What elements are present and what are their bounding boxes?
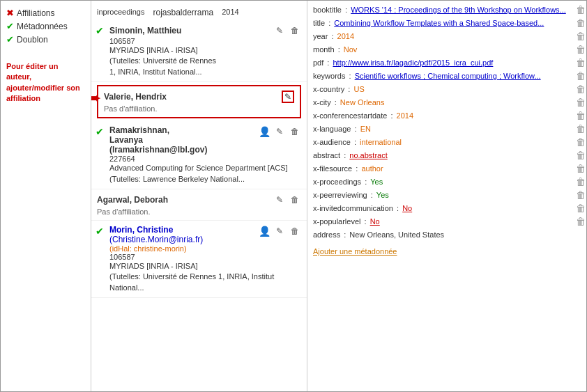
pub-header: inproceedings rojasbalderrama 2014 xyxy=(91,5,307,20)
delete-meta-icon[interactable]: 🗑 xyxy=(575,18,586,29)
middle-panel: inproceedings rojasbalderrama 2014 ✔ Sim… xyxy=(91,1,307,391)
pub-year: 2014 xyxy=(222,8,238,17)
delete-meta-icon[interactable]: 🗑 xyxy=(575,137,586,148)
edit-author-icon[interactable]: ✎ xyxy=(282,91,294,103)
delete-author-icon[interactable]: 🗑 xyxy=(289,125,301,138)
meta-val: Yes xyxy=(376,191,389,199)
meta-row-xaudience: x-audience : international 🗑 xyxy=(313,137,586,148)
meta-row-month: month : Nov 🗑 xyxy=(313,45,586,56)
meta-row-xcity: x-city : New Orleans 🗑 xyxy=(313,97,586,109)
meta-val: Yes xyxy=(370,178,383,186)
verified-icon: ✔ xyxy=(96,226,104,237)
pub-type: inproceedings xyxy=(97,8,145,17)
meta-row-xfilesource: x-filesource : author 🗑 xyxy=(313,164,586,175)
delete-author-icon[interactable]: 🗑 xyxy=(289,225,301,237)
edit-author-icon[interactable]: ✎ xyxy=(273,125,286,138)
sidebar-item-label: Affiliations xyxy=(17,8,54,18)
pub-slug: rojasbalderrama xyxy=(153,8,214,17)
author-details: Advanced Computing for Science Departmen… xyxy=(109,163,301,185)
sidebar-item-doublon[interactable]: ✔ Doublon xyxy=(6,34,85,45)
delete-meta-icon[interactable]: 🗑 xyxy=(575,203,586,214)
meta-row-abstract: abstract : no.abstract 🗑 xyxy=(313,150,586,162)
person-icon: 👤 xyxy=(258,225,270,237)
edit-author-icon[interactable]: ✎ xyxy=(273,194,286,206)
meta-val[interactable]: http://www.irisa.fr/lagadic/pdf/2015_icr… xyxy=(333,58,493,67)
author-name: Valerie, Hendrix xyxy=(104,92,167,102)
edit-hint: Pour éditer un auteur, ajouter/modifier … xyxy=(6,61,85,104)
delete-meta-icon[interactable]: 🗑 xyxy=(575,97,586,109)
meta-key: abstract xyxy=(313,151,340,159)
meta-row-xcountry: x-country : US 🗑 xyxy=(313,84,586,95)
meta-val[interactable]: WORKS '14 : Proceedings of the 9th Works… xyxy=(351,6,566,14)
meta-key: address xyxy=(313,230,340,239)
edit-author-icon[interactable]: ✎ xyxy=(273,225,286,237)
author-name: Simonin, Matthieu xyxy=(109,26,181,36)
delete-meta-icon[interactable]: 🗑 xyxy=(575,84,586,95)
delete-meta-icon[interactable]: 🗑 xyxy=(575,71,586,82)
delete-meta-icon[interactable]: 🗑 xyxy=(575,111,586,122)
meta-val: US xyxy=(353,85,364,93)
meta-val: 2014 xyxy=(337,32,354,40)
meta-key: booktitle xyxy=(313,6,342,14)
meta-val: New Orleans xyxy=(340,98,385,107)
meta-val[interactable]: Combining Workflow Templates with a Shar… xyxy=(334,19,544,27)
meta-val: No xyxy=(370,217,380,226)
author-name: Morin, Christine(Christine.Morin@inria.f… xyxy=(109,225,203,244)
meta-row-xpeerreviewing: x-peerreviewing : Yes 🗑 xyxy=(313,190,586,201)
edit-author-icon[interactable]: ✎ xyxy=(273,24,286,37)
author-affiliation: Pas d'affiliation. xyxy=(104,104,294,113)
meta-val: New Orleans, United States xyxy=(349,230,444,239)
sidebar: ✖ Affiliations ✔ Métadonnées ✔ Doublon P… xyxy=(1,1,91,391)
sidebar-item-metadonnees[interactable]: ✔ Métadonnées xyxy=(6,21,85,31)
delete-meta-icon[interactable]: 🗑 xyxy=(575,58,586,69)
delete-author-icon[interactable]: 🗑 xyxy=(289,194,301,206)
check-icon: ✔ xyxy=(6,34,14,45)
meta-key: x-invitedcommunication xyxy=(313,204,393,212)
delete-meta-icon[interactable]: 🗑 xyxy=(575,31,586,42)
meta-val[interactable]: Scientific workflows ; Chemical computin… xyxy=(355,72,541,80)
author-affiliation: Pas d'affiliation. xyxy=(97,207,301,216)
author-idhal: (idHal: christine-morin) xyxy=(109,244,301,253)
delete-meta-icon[interactable]: 🗑 xyxy=(575,164,586,175)
person-icon: 👤 xyxy=(258,125,270,138)
sidebar-item-label: Métadonnées xyxy=(17,22,68,31)
author-simonin-block: ✔ Simonin, Matthieu ✎ 🗑 106587 MYRIADS [… xyxy=(91,20,307,82)
delete-meta-icon[interactable]: 🗑 xyxy=(575,45,586,56)
delete-meta-icon[interactable]: 🗑 xyxy=(575,124,586,135)
meta-val: 2014 xyxy=(397,111,413,120)
meta-row-year: year : 2014 🗑 xyxy=(313,31,586,42)
meta-val[interactable]: no.abstract xyxy=(349,151,387,159)
add-metadata-link[interactable]: Ajouter une métadonnée xyxy=(313,246,397,257)
meta-val: No xyxy=(402,204,412,212)
sidebar-item-affiliations[interactable]: ✖ Affiliations xyxy=(6,8,85,18)
author-name: Agarwal, Deborah xyxy=(97,195,168,205)
delete-meta-icon[interactable]: 🗑 xyxy=(575,177,586,188)
meta-key: pdf xyxy=(313,58,323,67)
meta-row-address: address : New Orleans, United States xyxy=(313,230,586,240)
meta-val: EN xyxy=(360,125,371,133)
meta-row-xpopularlevel: x-popularlevel : No 🗑 xyxy=(313,217,586,228)
meta-key: x-city xyxy=(313,98,331,107)
verified-icon: ✔ xyxy=(96,126,104,137)
cross-icon: ✖ xyxy=(6,8,14,18)
delete-meta-icon[interactable]: 🗑 xyxy=(575,150,586,162)
delete-meta-icon[interactable]: 🗑 xyxy=(575,190,586,201)
author-details: MYRIADS [INRIA - IRISA](Tutelles: Univer… xyxy=(109,261,301,293)
author-name: Ramakrishnan,Lavanya(lramakrishnan@lbl.g… xyxy=(109,125,207,155)
meta-val: Nov xyxy=(344,45,358,54)
meta-row-title: title : Combining Workflow Templates wit… xyxy=(313,18,586,29)
meta-key: x-language xyxy=(313,125,351,133)
meta-row-xconferencestartdate: x-conferencestartdate : 2014 🗑 xyxy=(313,111,586,122)
meta-key: year xyxy=(313,32,328,40)
meta-key: x-filesource xyxy=(313,164,352,173)
author-id: 227664 xyxy=(109,155,301,163)
author-ramakrishnan-block: ✔ Ramakrishnan,Lavanya(lramakrishnan@lbl… xyxy=(91,121,307,189)
delete-meta-icon[interactable]: 🗑 xyxy=(575,217,586,228)
delete-meta-icon[interactable]: 🗑 xyxy=(575,5,586,16)
metadata-panel: booktitle : WORKS '14 : Proceedings of t… xyxy=(307,1,586,391)
meta-row-booktitle: booktitle : WORKS '14 : Proceedings of t… xyxy=(313,5,586,16)
delete-author-icon[interactable]: 🗑 xyxy=(289,24,301,37)
check-icon: ✔ xyxy=(6,21,14,31)
meta-key: x-proceedings xyxy=(313,178,361,186)
meta-key: keywords xyxy=(313,72,345,80)
